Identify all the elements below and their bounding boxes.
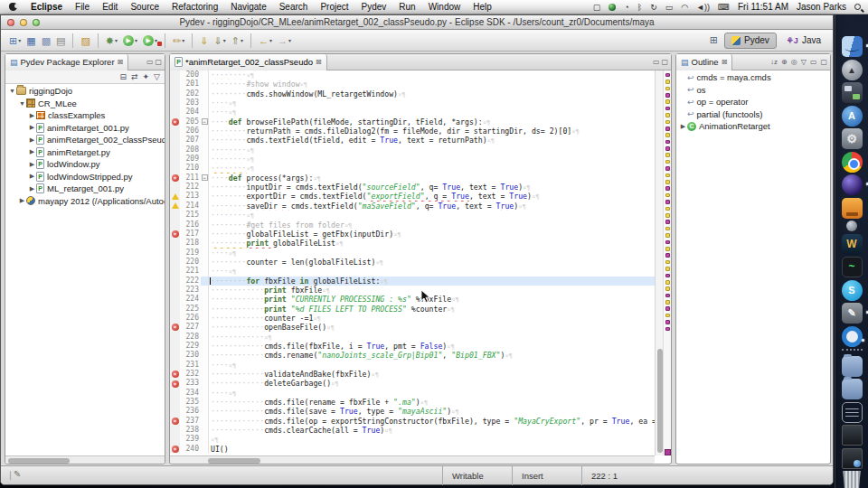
editor-vscrollbar[interactable]	[655, 70, 663, 455]
line-number[interactable]: 228	[180, 333, 201, 342]
input-menu-icon[interactable]: ⌨	[718, 3, 730, 12]
line-number[interactable]: 212	[180, 183, 201, 192]
line-number[interactable]: 215	[180, 211, 201, 220]
line-number[interactable]: 222	[180, 277, 201, 286]
zoom-window-button[interactable]	[33, 19, 40, 26]
line-number[interactable]: 205	[180, 117, 201, 127]
dock-item-finder[interactable]	[842, 36, 863, 57]
line-number[interactable]: 238	[180, 426, 201, 435]
volume-icon[interactable]: ◄))	[696, 3, 710, 12]
explorer-tool-icon[interactable]: ⊟	[119, 72, 127, 81]
task-ruler-marker[interactable]	[665, 240, 670, 245]
outline-tool-icon[interactable]: ▢	[820, 58, 827, 66]
dock-item-folder[interactable]	[842, 379, 863, 399]
warning-ruler-marker[interactable]	[665, 267, 670, 271]
task-ruler-marker[interactable]	[665, 127, 670, 131]
code-line-221[interactable]: 221····¤¶	[170, 267, 655, 276]
line-number[interactable]: 213	[180, 192, 201, 201]
menu-item-source[interactable]: Source	[124, 2, 165, 12]
perspective-pydev-button[interactable]: Pydev	[724, 33, 777, 49]
task-ruler-marker[interactable]	[665, 200, 670, 204]
warning-ruler-marker[interactable]	[665, 300, 670, 305]
code-line-210[interactable]: 210········¤¶	[170, 164, 655, 173]
code-line-204[interactable]: 204····¤¶	[170, 108, 655, 117]
minimize-panel-icon[interactable]: ▭	[146, 58, 154, 66]
code-line-215[interactable]: 215········¤¶	[170, 211, 655, 220]
editor-hscrollbar[interactable]	[170, 455, 655, 464]
save-button[interactable]: ▦	[24, 33, 37, 49]
tree-item[interactable]: ▶PanimRetarget_001.py	[5, 122, 165, 135]
line-number[interactable]: 240	[180, 445, 201, 454]
package-explorer-tab[interactable]: ▤ Pydev Package Explorer ⊠	[5, 54, 128, 70]
dock-item-spaces[interactable]	[842, 82, 863, 103]
tree-item[interactable]: ▶PlodWindow.py	[5, 158, 165, 171]
overview-ruler-button[interactable]	[665, 449, 671, 455]
menu-item-help[interactable]: Help	[467, 2, 498, 12]
line-number[interactable]: 218	[180, 239, 201, 248]
tree-item[interactable]: ▶classExamples	[5, 109, 165, 122]
close-icon[interactable]: ⊠	[722, 58, 728, 66]
error-marker-icon[interactable]: ×	[172, 371, 179, 378]
debug-button[interactable]: ✸▾	[104, 33, 119, 49]
task-ruler-marker[interactable]	[665, 294, 670, 298]
back-button[interactable]: ←▾	[257, 33, 274, 49]
close-icon[interactable]: ⊠	[118, 58, 124, 66]
line-number[interactable]: 233	[180, 379, 201, 388]
dock-item-quicktime[interactable]	[842, 326, 863, 347]
code-line-237[interactable]: ×237············cmds.file(op = exportStr…	[170, 417, 655, 426]
task-ruler-marker[interactable]	[665, 220, 670, 224]
fold-icon[interactable]: −	[202, 174, 208, 181]
line-number[interactable]: 225	[180, 305, 201, 314]
code-line-211[interactable]: ×211−····def process(*args):¤¶	[170, 174, 655, 183]
window-titlebar[interactable]: Pydev - riggingDojo/CR_MLee/animRetarget…	[1, 15, 833, 30]
line-number[interactable]: 206	[180, 127, 201, 136]
line-number[interactable]: 209	[180, 155, 201, 164]
code-line-239[interactable]: 239¤¶	[170, 435, 655, 444]
explorer-tool-icon[interactable]: ⇄	[131, 72, 138, 81]
tree-item[interactable]: ↩op = operator	[676, 96, 830, 108]
close-window-button[interactable]	[7, 19, 14, 26]
dock-item-orb[interactable]	[846, 221, 857, 231]
last-edit-button[interactable]: ⇓	[198, 33, 210, 49]
code-line-218[interactable]: 218········print globalFileList¤¶	[170, 239, 655, 248]
fold-icon[interactable]: −	[202, 118, 208, 125]
line-number[interactable]: 200	[180, 70, 201, 80]
dock-item-chrome[interactable]	[842, 152, 863, 173]
menu-item-file[interactable]: File	[69, 2, 96, 12]
error-marker-icon[interactable]: ×	[172, 446, 179, 453]
dock-item-lamp[interactable]	[842, 198, 863, 219]
colorsync-icon[interactable]	[609, 4, 616, 11]
line-number[interactable]: 224	[180, 295, 201, 304]
line-number[interactable]: 204	[180, 108, 201, 117]
error-marker-icon[interactable]: ×	[172, 418, 179, 425]
line-number[interactable]: 232	[180, 370, 201, 379]
code-line-231[interactable]: 231····¤¶	[170, 361, 655, 370]
warning-ruler-marker[interactable]	[665, 213, 670, 218]
menu-item-edit[interactable]: Edit	[96, 2, 124, 12]
code-line-208[interactable]: 208········¤¶	[170, 145, 655, 155]
line-number[interactable]: 202	[180, 89, 201, 99]
dock-item-appstore[interactable]: A	[842, 106, 863, 127]
task-ruler-marker[interactable]	[665, 274, 670, 278]
task-ruler-marker[interactable]	[665, 186, 670, 191]
code-line-200[interactable]: 200········¤¶	[170, 70, 655, 80]
line-number[interactable]: 237	[180, 417, 201, 426]
task-ruler-marker[interactable]	[665, 140, 670, 145]
task-ruler-marker[interactable]	[665, 93, 670, 98]
code-line-201[interactable]: 201········#show window¤¶	[170, 80, 655, 89]
line-number[interactable]: 203	[180, 99, 201, 108]
maximize-panel-icon[interactable]: ▢	[155, 58, 162, 66]
code-line-234[interactable]: 234····¤¶	[170, 389, 655, 398]
line-number[interactable]: 226	[180, 314, 201, 323]
code-line-238[interactable]: 238············cmds.clearCache(all = Tru…	[170, 426, 655, 435]
warning-ruler-marker[interactable]	[665, 180, 670, 184]
spotlight-icon[interactable]	[854, 4, 861, 10]
timemachine-icon[interactable]: ◔	[624, 3, 628, 12]
code-line-217[interactable]: ×217········globalFileList = getFbx(inpu…	[170, 230, 655, 239]
package-explorer-hscrollbar[interactable]	[5, 455, 165, 464]
warning-ruler-marker[interactable]	[665, 113, 670, 117]
line-number[interactable]: 239	[180, 435, 201, 444]
warning-ruler-marker[interactable]	[665, 153, 670, 157]
warning-ruler-marker[interactable]	[665, 260, 670, 265]
task-ruler-marker[interactable]	[665, 253, 670, 258]
